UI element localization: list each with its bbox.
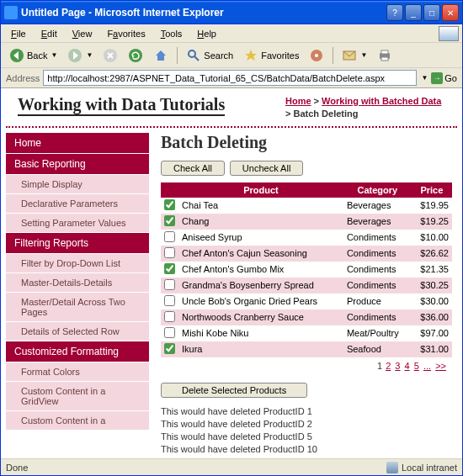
nav-filtering-reports[interactable]: Filtering Reports bbox=[6, 233, 149, 254]
search-icon bbox=[186, 48, 201, 63]
main-panel: Batch Deleting Check All Uncheck All Pro… bbox=[156, 133, 457, 457]
pager-link[interactable]: 3 bbox=[395, 361, 400, 371]
refresh-button[interactable] bbox=[125, 46, 146, 65]
nav-format-colors[interactable]: Format Colors bbox=[6, 362, 149, 382]
table-row: Mishi Kobe NikuMeat/Poultry$97.00 bbox=[161, 325, 452, 341]
nav-custom-content-partial[interactable]: Custom Content in a bbox=[6, 411, 149, 431]
nav-customized-formatting[interactable]: Customized Formatting bbox=[6, 341, 149, 362]
result-line: This would have deleted ProductID 5 bbox=[161, 431, 452, 442]
home-icon bbox=[153, 48, 168, 63]
breadcrumb-home[interactable]: Home bbox=[285, 96, 311, 106]
cell-product: Chai Tea bbox=[178, 198, 343, 214]
nav-simple-display[interactable]: Simple Display bbox=[6, 175, 149, 194]
cell-product: Chef Anton's Gumbo Mix bbox=[178, 262, 343, 278]
delete-selected-button[interactable]: Delete Selected Products bbox=[161, 383, 307, 398]
cell-product: Uncle Bob's Organic Dried Pears bbox=[178, 294, 343, 309]
help-button[interactable]: ? bbox=[386, 4, 403, 21]
home-button[interactable] bbox=[150, 46, 172, 65]
pager-link[interactable]: 5 bbox=[414, 361, 419, 371]
cell-product: Chang bbox=[178, 214, 343, 230]
row-checkbox[interactable] bbox=[164, 327, 175, 338]
pager-link[interactable]: >> bbox=[435, 361, 446, 371]
mail-button[interactable]: ▼ bbox=[338, 46, 370, 65]
breadcrumb-batched[interactable]: Working with Batched Data bbox=[322, 96, 441, 106]
table-row: Uncle Bob's Organic Dried PearsProduce$3… bbox=[161, 294, 452, 309]
status-left: Done bbox=[6, 463, 28, 473]
menu-file[interactable]: File bbox=[4, 27, 33, 40]
menu-tools[interactable]: Tools bbox=[154, 27, 189, 40]
cell-price: $21.35 bbox=[412, 262, 452, 278]
address-input[interactable] bbox=[43, 70, 417, 86]
back-button[interactable]: Back▼ bbox=[6, 46, 61, 65]
nav-master-details-details[interactable]: Master-Details-Details bbox=[6, 273, 149, 293]
breadcrumb-current: Batch Deleting bbox=[293, 108, 358, 119]
table-row: ChangBeverages$19.25 bbox=[161, 214, 452, 230]
row-checkbox[interactable] bbox=[164, 263, 175, 274]
cell-category: Meat/Poultry bbox=[343, 325, 412, 341]
menu-favorites[interactable]: Favorites bbox=[100, 27, 152, 40]
stop-icon bbox=[103, 48, 118, 63]
cell-price: $30.00 bbox=[412, 294, 452, 309]
maximize-button[interactable]: □ bbox=[423, 4, 440, 21]
nav-declarative-parameters[interactable]: Declarative Parameters bbox=[6, 194, 149, 214]
menu-help[interactable]: Help bbox=[190, 27, 223, 40]
favorites-button[interactable]: Favorites bbox=[240, 46, 302, 65]
row-checkbox[interactable] bbox=[164, 311, 175, 322]
nav-details-selected-row[interactable]: Details of Selected Row bbox=[6, 322, 149, 341]
stop-button[interactable] bbox=[99, 46, 121, 65]
row-checkbox[interactable] bbox=[164, 279, 175, 290]
close-button[interactable]: ✕ bbox=[442, 4, 459, 21]
cell-price: $26.62 bbox=[412, 246, 452, 262]
breadcrumb: Home > Working with Batched Data > Batch… bbox=[285, 95, 445, 121]
result-line: This would have deleted ProductID 2 bbox=[161, 419, 452, 429]
cell-price: $10.00 bbox=[412, 230, 452, 246]
nav-custom-content-gridview[interactable]: Custom Content in a GridView bbox=[6, 382, 149, 411]
zone-icon bbox=[386, 462, 398, 473]
nav-home[interactable]: Home bbox=[6, 133, 149, 154]
nav-master-detail-two-pages[interactable]: Master/Detail Across Two Pages bbox=[6, 293, 149, 322]
print-icon bbox=[377, 48, 392, 63]
forward-button[interactable]: ▼ bbox=[64, 46, 96, 65]
row-checkbox[interactable] bbox=[164, 231, 175, 242]
star-icon bbox=[243, 48, 258, 63]
uncheck-all-button[interactable]: Uncheck All bbox=[230, 161, 303, 176]
nav-basic-reporting[interactable]: Basic Reporting bbox=[6, 154, 149, 175]
col-checkbox bbox=[161, 182, 178, 198]
print-button[interactable] bbox=[374, 46, 396, 65]
go-icon: → bbox=[431, 72, 443, 84]
minimize-button[interactable]: _ bbox=[405, 4, 422, 21]
refresh-icon bbox=[128, 48, 143, 63]
row-checkbox[interactable] bbox=[164, 215, 175, 226]
check-all-button[interactable]: Check All bbox=[161, 161, 225, 176]
cell-category: Beverages bbox=[343, 198, 412, 214]
cell-category: Beverages bbox=[343, 214, 412, 230]
svg-point-4 bbox=[189, 50, 195, 57]
cell-category: Produce bbox=[343, 294, 412, 309]
go-button[interactable]: → Go bbox=[431, 72, 457, 84]
pager-link[interactable]: ... bbox=[423, 361, 431, 371]
cell-price: $19.95 bbox=[412, 198, 452, 214]
search-button[interactable]: Search bbox=[183, 46, 237, 65]
col-price: Price bbox=[412, 182, 452, 198]
menu-edit[interactable]: Edit bbox=[35, 27, 64, 40]
cell-price: $19.25 bbox=[412, 214, 452, 230]
toolbar: Back▼ ▼ Search Favorites ▼ bbox=[1, 43, 462, 68]
cell-product: Grandma's Boysenberry Spread bbox=[178, 278, 343, 294]
pager-link[interactable]: 2 bbox=[386, 361, 391, 371]
svg-point-3 bbox=[129, 49, 142, 62]
media-button[interactable] bbox=[306, 46, 327, 65]
window-title: Untitled Page - Microsoft Internet Explo… bbox=[21, 7, 386, 19]
statusbar: Done Local intranet bbox=[1, 458, 462, 475]
cell-price: $31.00 bbox=[412, 341, 452, 357]
menu-view[interactable]: View bbox=[66, 27, 99, 40]
pager-link[interactable]: 4 bbox=[405, 361, 410, 371]
row-checkbox[interactable] bbox=[164, 295, 175, 306]
nav-setting-parameter-values[interactable]: Setting Parameter Values bbox=[6, 214, 149, 233]
row-checkbox[interactable] bbox=[164, 343, 175, 354]
cell-category: Condiments bbox=[343, 278, 412, 294]
nav-filter-dropdown[interactable]: Filter by Drop-Down List bbox=[6, 254, 149, 273]
cell-product: Aniseed Syrup bbox=[178, 230, 343, 246]
row-checkbox[interactable] bbox=[164, 247, 175, 258]
row-checkbox[interactable] bbox=[164, 199, 175, 210]
address-dropdown[interactable]: ▼ bbox=[421, 74, 428, 82]
